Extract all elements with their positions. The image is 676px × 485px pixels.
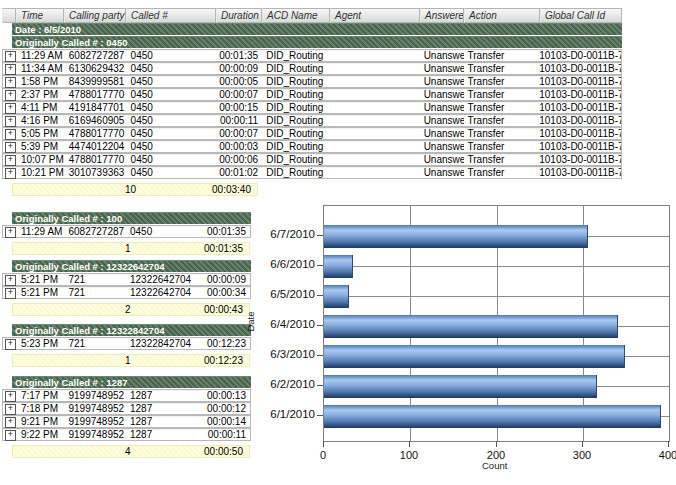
table-row[interactable]: +7:17 PM9199748952128700:00:13 — [2, 389, 251, 402]
expand-icon[interactable]: + — [5, 168, 16, 179]
cell-calling: 4788017770 — [65, 128, 127, 139]
cell-calling: 9199748952 — [65, 416, 127, 427]
cell-answered: Unanswered — [420, 76, 464, 87]
cell-calling: 9199748952 — [65, 390, 127, 401]
table-row[interactable]: +5:21 PM7211232264270400:00:34 — [2, 286, 251, 299]
group-header-band[interactable]: Originally Called # : 1287 — [12, 376, 251, 388]
cell-calling: 6169460905 — [65, 115, 127, 126]
expand-icon[interactable]: + — [5, 90, 16, 101]
table-row[interactable]: +7:18 PM9199748952128700:00:12 — [2, 402, 251, 415]
cell-calling: 9199748952 — [65, 403, 127, 414]
group-summary-row: 100:01:35 — [12, 242, 250, 255]
table-row[interactable]: +11:29 AM6082727287045000:01:35 — [2, 225, 251, 238]
summary-duration: 00:00:43 — [204, 304, 243, 316]
group-summary-row: 200:00:43 — [12, 303, 250, 316]
cell-calling: 4788017770 — [65, 89, 127, 100]
table-row[interactable]: +11:29 AM6082727287045000:01:35DID_Routi… — [2, 49, 622, 62]
cell-called: 0450 — [127, 154, 217, 165]
cell-called: 0450 — [127, 141, 217, 152]
cell-calling: 6130629432 — [65, 63, 127, 74]
cell-duration: 00:00:09 — [197, 274, 250, 285]
cell-calling: 4788017770 — [65, 154, 127, 165]
expand-icon[interactable]: + — [5, 227, 16, 238]
table-row[interactable]: +10:07 PM4788017770045000:00:06DID_Routi… — [2, 153, 622, 166]
table-row[interactable]: +5:21 PM7211232264270400:00:09 — [2, 273, 251, 286]
summary-count: 1 — [125, 355, 131, 367]
table-row[interactable]: +10:21 PM3010739363045000:01:02DID_Routi… — [2, 166, 622, 179]
expand-icon[interactable]: + — [5, 391, 16, 402]
cell-time: 5:39 PM — [17, 141, 65, 152]
cell-answered: Unanswered — [420, 154, 464, 165]
cell-gcid: 10103-D0-0011B-778 — [539, 141, 621, 152]
expand-icon[interactable]: + — [5, 64, 16, 75]
column-header-called-[interactable]: Called # — [126, 8, 216, 23]
column-header-action[interactable]: Action — [464, 8, 540, 23]
column-header-calling-party-[interactable]: Calling party # — [64, 8, 126, 23]
cell-calling: 8439999581 — [65, 76, 127, 87]
expand-cell: + — [3, 287, 17, 298]
table-row[interactable]: +1:58 PM8439999581045000:00:05DID_Routin… — [2, 75, 622, 88]
cell-time: 10:21 PM — [17, 167, 65, 178]
cell-duration: 00:00:12 — [197, 403, 250, 414]
expand-icon[interactable]: + — [5, 339, 16, 350]
column-header-expand[interactable] — [2, 8, 16, 23]
column-header-global-call-id[interactable]: Global Call Id — [540, 8, 622, 23]
cell-duration: 00:00:07 — [216, 128, 262, 139]
group-header-band[interactable]: Originally Called # : 0450 — [12, 36, 622, 48]
table-row[interactable]: +9:22 PM9199748952128700:00:11 — [2, 428, 251, 441]
cell-time: 4:11 PM — [17, 102, 65, 113]
cell-called: 1287 — [126, 403, 197, 414]
table-row[interactable]: +4:16 PM6169460905045000:00:11DID_Routin… — [2, 114, 622, 127]
chart-x-axis-title: Count — [482, 460, 507, 471]
group-header-band[interactable]: Originally Called # : 12322842704 — [12, 324, 251, 336]
table-row[interactable]: +11:34 AM6130629432045000:00:09DID_Routi… — [2, 62, 622, 75]
expand-icon[interactable]: + — [5, 417, 16, 428]
cell-called: 0450 — [127, 115, 217, 126]
cell-gcid: 10103-D0-0011B-773 — [539, 115, 621, 126]
group-header-band[interactable]: Originally Called # : 100 — [12, 212, 251, 224]
cell-acd: DID_Routing — [262, 141, 330, 152]
expand-icon[interactable]: + — [5, 51, 16, 62]
cell-gcid: 10103-D0-0011B-770 — [539, 76, 621, 87]
cell-action: Transfer — [464, 89, 540, 100]
expand-icon[interactable]: + — [5, 275, 16, 286]
expand-cell: + — [3, 429, 17, 440]
cell-time: 7:17 PM — [17, 390, 65, 401]
column-header-acd-name[interactable]: ACD Name — [262, 8, 330, 23]
group-summary-row: 400:00:50 — [12, 445, 250, 458]
expand-cell: + — [3, 128, 17, 139]
table-row[interactable]: +5:39 PM4474012204045000:00:03DID_Routin… — [2, 140, 622, 153]
call-report-screen: TimeCalling party #Called #DurationACD N… — [0, 0, 676, 485]
cell-called: 1287 — [126, 390, 197, 401]
cell-calling: 9199748952 — [65, 429, 127, 440]
expand-icon[interactable]: + — [5, 116, 16, 127]
report-group: Originally Called # : 0450+11:29 AM60827… — [0, 36, 676, 196]
expand-icon[interactable]: + — [5, 129, 16, 140]
cell-gcid: 10103-D0-0011B-768 — [539, 50, 621, 61]
cell-called: 0450 — [126, 226, 197, 237]
column-header-answered[interactable]: Answered — [420, 8, 464, 23]
table-row[interactable]: +5:05 PM4788017770045000:00:07DID_Routin… — [2, 127, 622, 140]
column-header-agent[interactable]: Agent — [330, 8, 420, 23]
group-header-band[interactable]: Originally Called # : 12322642704 — [12, 260, 251, 272]
cell-duration: 00:00:15 — [216, 102, 262, 113]
table-row[interactable]: +9:21 PM9199748952128700:00:14 — [2, 415, 251, 428]
expand-icon[interactable]: + — [5, 430, 16, 441]
cell-time: 7:18 PM — [17, 403, 65, 414]
table-header-row: TimeCalling party #Called #DurationACD N… — [2, 8, 622, 23]
table-row[interactable]: +2:37 PM4788017770045000:00:07DID_Routin… — [2, 88, 622, 101]
column-header-time[interactable]: Time — [16, 8, 64, 23]
cell-answered: Unanswered — [420, 102, 464, 113]
expand-icon[interactable]: + — [5, 142, 16, 153]
expand-icon[interactable]: + — [5, 155, 16, 166]
expand-icon[interactable]: + — [5, 103, 16, 114]
table-row[interactable]: +4:11 PM4191847701045000:00:15DID_Routin… — [2, 101, 622, 114]
table-row[interactable]: +5:23 PM7211232284270400:12:23 — [2, 337, 251, 350]
expand-icon[interactable]: + — [5, 77, 16, 88]
expand-icon[interactable]: + — [5, 288, 16, 299]
expand-cell: + — [3, 115, 17, 126]
expand-icon[interactable]: + — [5, 404, 16, 415]
cell-duration: 00:00:11 — [197, 429, 250, 440]
cell-answered: Unanswered — [420, 89, 464, 100]
column-header-duration[interactable]: Duration — [216, 8, 262, 23]
